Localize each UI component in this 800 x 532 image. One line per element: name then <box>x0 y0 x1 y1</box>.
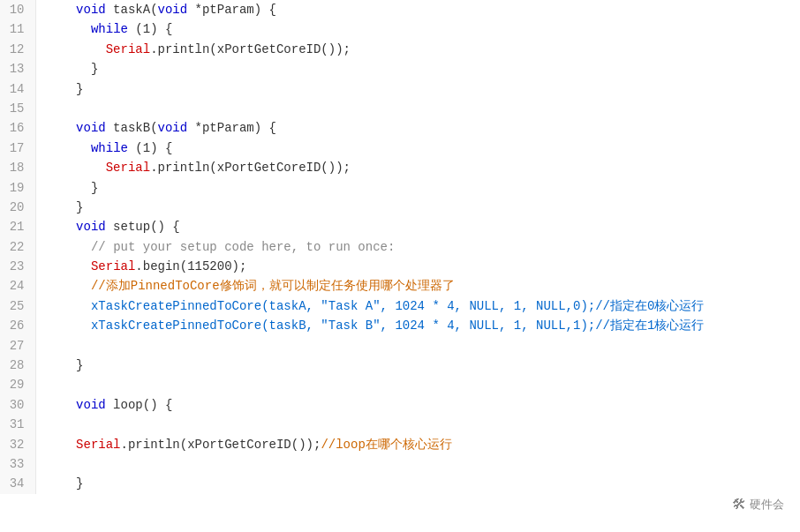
code-token: void <box>158 3 188 17</box>
code-token: taskB( <box>106 121 158 135</box>
line-number: 17 <box>0 139 35 158</box>
code-token: } <box>47 200 84 214</box>
line-number: 22 <box>0 237 35 257</box>
table-row: 16 void taskB(void *ptParam) { <box>0 118 800 138</box>
line-number: 26 <box>0 316 35 335</box>
code-token <box>47 121 77 135</box>
line-number: 14 <box>0 79 35 99</box>
table-row: 23 Serial.begin(115200); <box>0 257 800 276</box>
code-token <box>47 240 91 254</box>
table-row: 15 <box>0 99 800 118</box>
table-row: 26 xTaskCreatePinnedToCore(taskB, "Task … <box>0 316 800 335</box>
code-table: 10 void taskA(void *ptParam) {11 while (… <box>0 0 800 494</box>
code-token <box>47 259 91 273</box>
line-number: 19 <box>0 178 35 198</box>
code-token <box>47 220 77 234</box>
line-code: void setup() { <box>35 217 800 236</box>
code-token: xTaskCreatePinnedToCore(taskB, "Task B",… <box>91 318 705 333</box>
line-code: } <box>35 178 800 198</box>
code-token <box>47 22 91 36</box>
code-token: *ptParam) { <box>187 3 276 17</box>
code-token: (1) { <box>128 22 172 36</box>
line-code: Serial.println(xPortGetCoreID());//loop在… <box>35 435 800 454</box>
code-token: void <box>76 3 106 17</box>
code-token: .begin(115200); <box>135 259 246 273</box>
code-token: Serial <box>91 259 135 273</box>
table-row: 21 void setup() { <box>0 217 800 236</box>
table-row: 14 } <box>0 79 800 99</box>
code-token <box>47 299 91 313</box>
line-code: } <box>35 198 800 217</box>
table-row: 11 while (1) { <box>0 19 800 39</box>
code-token <box>47 161 106 175</box>
line-code: void taskA(void *ptParam) { <box>35 0 800 19</box>
line-number: 30 <box>0 395 35 415</box>
code-token: } <box>47 476 84 491</box>
code-token: // put your setup code here, to run once… <box>91 240 395 254</box>
table-row: 24 //添加PinnedToCore修饰词，就可以制定任务使用哪个处理器了 <box>0 276 800 296</box>
line-code: Serial.begin(115200); <box>35 257 800 276</box>
code-token: while <box>91 22 128 36</box>
line-code: void taskB(void *ptParam) { <box>35 118 800 138</box>
line-code <box>35 415 800 434</box>
code-container: 10 void taskA(void *ptParam) {11 while (… <box>0 0 800 532</box>
code-token: loop() { <box>106 398 173 412</box>
line-code <box>35 99 800 118</box>
line-code: // put your setup code here, to run once… <box>35 237 800 257</box>
line-number: 33 <box>0 454 35 474</box>
line-number: 27 <box>0 336 35 356</box>
table-row: 25 xTaskCreatePinnedToCore(taskA, "Task … <box>0 296 800 316</box>
line-number: 25 <box>0 296 35 316</box>
code-token <box>47 42 106 56</box>
code-token <box>47 398 77 412</box>
line-number: 13 <box>0 59 35 79</box>
line-number: 32 <box>0 435 35 454</box>
line-code: } <box>35 474 800 493</box>
code-token: } <box>47 181 99 195</box>
code-token: .println(xPortGetCoreID()); <box>150 161 351 175</box>
watermark-icon: 🛠 <box>732 493 746 516</box>
code-token: setup() { <box>106 220 180 234</box>
code-token: Serial <box>106 42 150 56</box>
table-row: 30 void loop() { <box>0 395 800 415</box>
table-row: 10 void taskA(void *ptParam) { <box>0 0 800 19</box>
code-token: } <box>47 82 84 96</box>
line-number: 15 <box>0 99 35 118</box>
line-code: } <box>35 356 800 375</box>
table-row: 20 } <box>0 198 800 217</box>
line-number: 23 <box>0 257 35 276</box>
code-token <box>47 3 77 17</box>
code-token: void <box>76 398 106 412</box>
line-code: xTaskCreatePinnedToCore(taskA, "Task A",… <box>35 296 800 316</box>
code-token: } <box>47 358 84 372</box>
line-number: 20 <box>0 198 35 217</box>
table-row: 19 } <box>0 178 800 198</box>
line-number: 34 <box>0 474 35 493</box>
watermark-text: 硬件会 <box>750 496 784 514</box>
line-number: 18 <box>0 158 35 177</box>
table-row: 22 // put your setup code here, to run o… <box>0 237 800 257</box>
table-row: 28 } <box>0 356 800 375</box>
code-token: while <box>91 141 128 155</box>
code-token <box>47 279 91 293</box>
line-code: xTaskCreatePinnedToCore(taskB, "Task B",… <box>35 316 800 335</box>
watermark: 🛠 硬件会 <box>732 493 784 516</box>
table-row: 17 while (1) { <box>0 139 800 158</box>
code-token <box>47 141 91 155</box>
code-token: *ptParam) { <box>187 121 276 135</box>
code-token: taskA( <box>106 3 158 17</box>
table-row: 32 Serial.println(xPortGetCoreID());//lo… <box>0 435 800 454</box>
table-row: 12 Serial.println(xPortGetCoreID()); <box>0 40 800 59</box>
line-number: 28 <box>0 356 35 375</box>
code-token: //添加PinnedToCore修饰词，就可以制定任务使用哪个处理器了 <box>91 279 455 293</box>
code-token <box>47 318 91 333</box>
code-token: xTaskCreatePinnedToCore(taskA, "Task A",… <box>91 299 705 313</box>
table-row: 27 <box>0 336 800 356</box>
code-token: .println(xPortGetCoreID()); <box>150 42 351 56</box>
table-row: 13 } <box>0 59 800 79</box>
table-row: 18 Serial.println(xPortGetCoreID()); <box>0 158 800 177</box>
code-token: void <box>158 121 188 135</box>
code-token: Serial <box>106 161 150 175</box>
code-token: } <box>47 62 99 76</box>
code-token: (1) { <box>128 141 172 155</box>
